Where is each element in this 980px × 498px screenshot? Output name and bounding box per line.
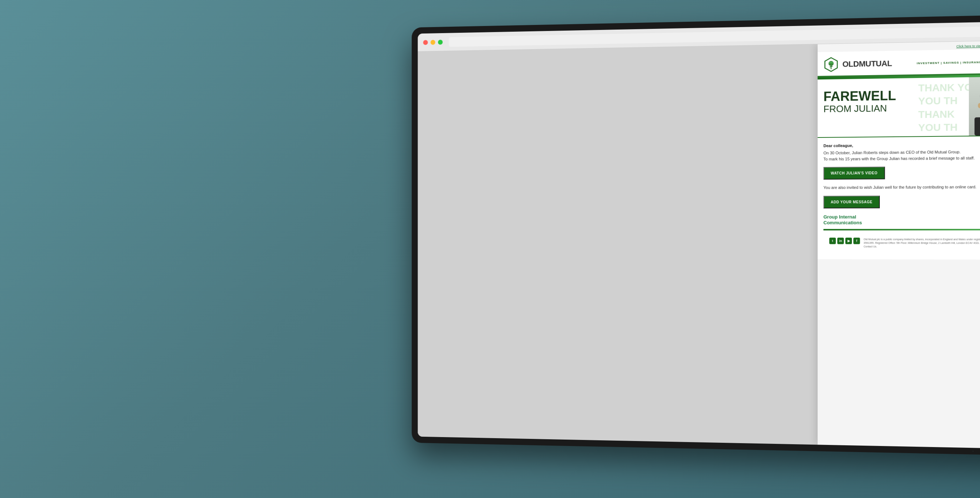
email-content-area: Click here to view in the browser xyxy=(418,41,980,449)
sender-role: Communications xyxy=(823,220,980,226)
farewell-title: FAREWELL FROM JULIAN xyxy=(823,88,963,114)
email-paragraph3: You are also invited to wish Julian well… xyxy=(823,184,980,190)
linkedin-icon[interactable]: in xyxy=(837,238,844,244)
sender-info: Group Internal Communications xyxy=(823,214,980,226)
minimize-button[interactable] xyxy=(430,40,435,44)
traffic-lights xyxy=(423,40,443,45)
logo-area: OLDMUTUAL xyxy=(823,56,892,72)
hero-section: FAREWELL FROM JULIAN THANK YOU YOU TH TH… xyxy=(818,76,980,137)
email-footer: t in ▶ f Old Mutual plc is a public comp… xyxy=(823,234,980,254)
maximize-button[interactable] xyxy=(438,40,442,44)
twitter-icon[interactable]: t xyxy=(829,238,835,244)
watch-video-button[interactable]: WATCH JULIAN'S VIDEO xyxy=(823,167,885,180)
old-mutual-logo-icon xyxy=(823,57,839,72)
svg-rect-6 xyxy=(975,117,980,136)
sender-name: Group Internal xyxy=(823,214,980,220)
person-photo xyxy=(969,76,980,136)
tagline: INVESTMENT | SAVINGS | INSURANCE | BANKI… xyxy=(917,60,980,65)
email-paragraph1: On 30 October, Julian Roberts steps down… xyxy=(823,149,980,162)
email-panel: Click here to view in the browser xyxy=(818,41,980,449)
view-in-browser-text: Click here to view in the browser xyxy=(956,44,980,48)
email-body: Dear colleague, On 30 October, Julian Ro… xyxy=(818,136,980,260)
footer-legal-text: Old Mutual plc is a public company limit… xyxy=(864,238,980,248)
logo-text: OLDMUTUAL xyxy=(842,59,892,69)
add-message-button[interactable]: ADD YOUR MESSAGE xyxy=(823,195,880,208)
laptop-screen: Click here to view in the browser xyxy=(418,22,980,449)
email-greeting: Dear colleague, xyxy=(823,142,980,148)
svg-point-13 xyxy=(978,103,980,108)
title-from-julian: FROM JULIAN xyxy=(823,102,963,114)
person-silhouette xyxy=(969,76,980,136)
logo-old: OLD xyxy=(842,59,859,69)
laptop-bezel: Click here to view in the browser xyxy=(412,15,980,455)
email-header: OLDMUTUAL INVESTMENT | SAVINGS | INSURAN… xyxy=(818,49,980,77)
youtube-icon[interactable]: ▶ xyxy=(845,238,852,244)
footer-green-bar xyxy=(823,229,980,230)
logo-text-group: OLDMUTUAL xyxy=(842,59,892,69)
logo-mutual: MUTUAL xyxy=(859,59,892,68)
close-button[interactable] xyxy=(423,40,428,45)
hero-text: FAREWELL FROM JULIAN xyxy=(818,77,969,137)
social-icons-group: t in ▶ f xyxy=(829,238,860,244)
title-farewell: FAREWELL xyxy=(823,88,963,104)
facebook-icon[interactable]: f xyxy=(853,238,860,244)
background-panel xyxy=(418,44,818,444)
